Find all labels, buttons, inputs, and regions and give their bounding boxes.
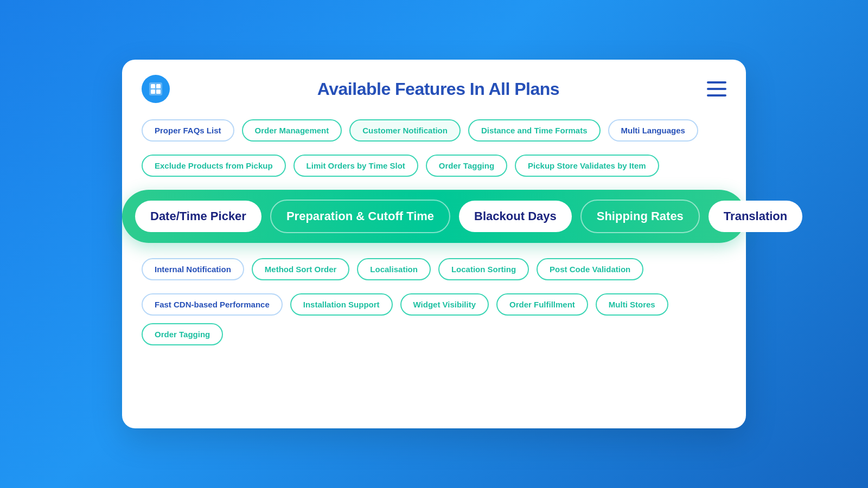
feature-pill[interactable]: Widget Visibility [400, 293, 489, 316]
featured-pill[interactable]: Date/Time Picker [135, 201, 261, 232]
svg-rect-3 [151, 89, 155, 94]
card-header: Available Features In All Plans [122, 60, 746, 114]
features-row-2: Exclude Products from PickupLimit Orders… [142, 155, 726, 177]
feature-pill[interactable]: Fast CDN-based Performance [142, 293, 283, 316]
feature-pill[interactable]: Order Tagging [426, 155, 507, 177]
feature-pill[interactable]: Post Code Validation [537, 258, 643, 280]
feature-pill[interactable]: Customer Notification [349, 119, 461, 142]
featured-pill[interactable]: Preparation & Cutoff Time [270, 200, 450, 233]
featured-pill[interactable]: Translation [709, 201, 802, 232]
feature-pill[interactable]: Pickup Store Validates by Item [515, 155, 659, 177]
page-title: Available Features In All Plans [170, 79, 707, 99]
feature-pill[interactable]: Order Fulfillment [496, 293, 588, 316]
feature-pill[interactable]: Installation Support [290, 293, 393, 316]
card-body: Proper FAQs ListOrder ManagementCustomer… [122, 114, 746, 378]
feature-pill[interactable]: Multi Stores [596, 293, 668, 316]
featured-pill[interactable]: Shipping Rates [580, 200, 700, 233]
feature-pill[interactable]: Distance and Time Formats [468, 119, 601, 142]
featured-banner: Date/Time PickerPreparation & Cutoff Tim… [122, 190, 746, 243]
featured-pill[interactable]: Blackout Days [459, 201, 572, 232]
feature-pill[interactable]: Location Sorting [438, 258, 529, 280]
feature-pill[interactable]: Proper FAQs List [142, 119, 234, 142]
feature-pill[interactable]: Order Management [242, 119, 342, 142]
features-row-3: Internal NotificationMethod Sort OrderLo… [142, 258, 726, 280]
feature-pill[interactable]: Localisation [357, 258, 431, 280]
logo-icon[interactable] [142, 75, 170, 103]
svg-rect-2 [156, 84, 161, 88]
feature-pill[interactable]: Limit Orders by Time Slot [293, 155, 418, 177]
feature-pill[interactable]: Internal Notification [142, 258, 244, 280]
menu-button[interactable] [707, 81, 726, 97]
features-row-1: Proper FAQs ListOrder ManagementCustomer… [142, 119, 726, 142]
svg-rect-1 [151, 84, 155, 88]
feature-pill[interactable]: Method Sort Order [252, 258, 350, 280]
main-card: Available Features In All Plans Proper F… [122, 60, 746, 428]
feature-pill[interactable]: Multi Languages [608, 119, 698, 142]
feature-pill[interactable]: Order Tagging [142, 323, 223, 345]
features-row-4: Fast CDN-based PerformanceInstallation S… [142, 293, 726, 345]
svg-rect-4 [156, 89, 161, 94]
feature-pill[interactable]: Exclude Products from Pickup [142, 155, 286, 177]
